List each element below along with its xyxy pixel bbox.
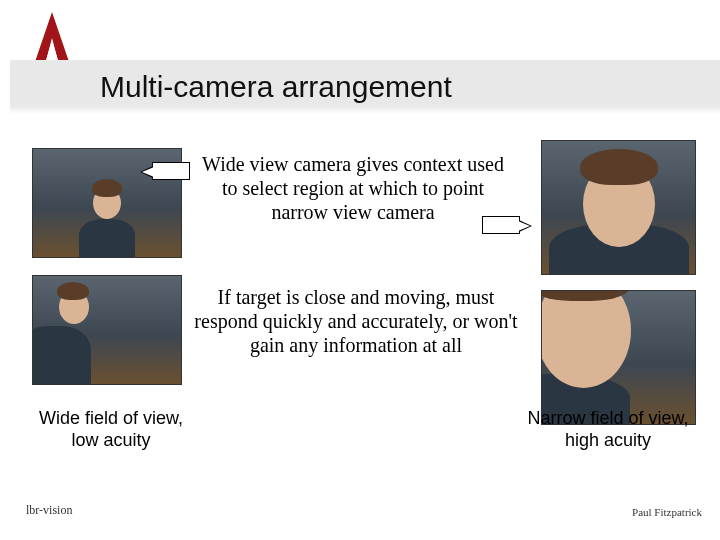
caption-right: Narrow field of view, high acuity bbox=[508, 408, 708, 451]
slide-title: Multi-camera arrangement bbox=[100, 70, 452, 104]
body-text-1: Wide view camera gives context used to s… bbox=[198, 152, 508, 224]
title-bar: Multi-camera arrangement bbox=[10, 60, 720, 114]
narrow-view-image-2 bbox=[541, 290, 696, 425]
footer-right: Paul Fitzpatrick bbox=[632, 506, 702, 518]
callout-left bbox=[152, 162, 190, 180]
body-text-2: If target is close and moving, must resp… bbox=[186, 285, 526, 357]
caption-left: Wide field of view, low acuity bbox=[26, 408, 196, 451]
narrow-view-image-1 bbox=[541, 140, 696, 275]
wide-view-image-2 bbox=[32, 275, 182, 385]
footer-left: lbr-vision bbox=[26, 503, 72, 518]
